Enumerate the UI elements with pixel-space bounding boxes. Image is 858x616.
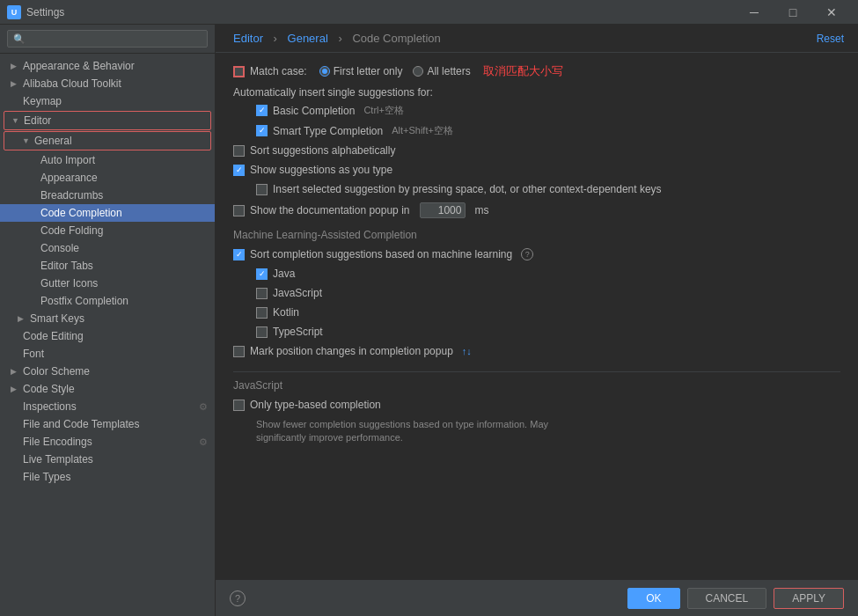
insert-selected-label: Insert selected suggestion by pressing s… xyxy=(273,183,662,195)
only-type-based-desc1: Show fewer completion suggestions based … xyxy=(256,418,840,431)
sidebar-tree: ▶ Appearance & Behavior ▶ Alibaba Cloud … xyxy=(0,54,215,616)
content-area: Editor › General › Code Completion Reset… xyxy=(216,25,858,616)
expand-arrow xyxy=(28,244,37,253)
radio-first-letter[interactable]: First letter only xyxy=(319,65,403,77)
cancel-button[interactable]: CANCEL xyxy=(687,588,767,609)
show-doc-popup-label: Show the documentation popup in xyxy=(250,204,409,216)
expand-arrow: ▶ xyxy=(11,79,19,88)
expand-arrow xyxy=(28,209,37,217)
smart-type-label: Smart Type Completion xyxy=(273,125,383,137)
radio-all-letters[interactable]: All letters xyxy=(413,65,470,77)
search-input[interactable] xyxy=(7,30,208,48)
match-case-checkbox[interactable] xyxy=(233,66,245,77)
expand-arrow xyxy=(28,279,37,288)
expand-arrow: ▼ xyxy=(22,136,31,145)
expand-arrow xyxy=(11,455,19,464)
js-section-title: JavaScript xyxy=(233,371,840,392)
sidebar-item-code-style[interactable]: ▶ Code Style xyxy=(0,380,215,398)
sort-by-ml-checkbox[interactable] xyxy=(233,249,245,260)
sidebar-item-editor-tabs[interactable]: Editor Tabs xyxy=(0,257,215,275)
sidebar-item-font[interactable]: Font xyxy=(0,345,215,363)
java-checkbox[interactable] xyxy=(256,268,268,280)
expand-arrow xyxy=(28,226,37,235)
sidebar-item-file-types[interactable]: File Types xyxy=(0,468,215,486)
insert-selected-checkbox[interactable] xyxy=(256,184,268,195)
expand-arrow xyxy=(11,349,19,358)
ok-button[interactable]: OK xyxy=(627,588,679,609)
help-button[interactable]: ? xyxy=(230,590,246,606)
smart-type-row: Smart Type Completion Alt+Shift+空格 xyxy=(256,124,840,137)
javascript-checkbox[interactable] xyxy=(256,288,268,299)
show-doc-popup-checkbox[interactable] xyxy=(233,205,245,216)
expand-arrow xyxy=(11,332,19,341)
breadcrumb-general[interactable]: General xyxy=(288,32,328,45)
sidebar-item-alibaba[interactable]: ▶ Alibaba Cloud Toolkit xyxy=(0,75,215,92)
typescript-checkbox[interactable] xyxy=(256,326,268,338)
match-case-row: Match case: First letter only All letter… xyxy=(233,63,840,79)
title-bar: U Settings ─ □ ✕ xyxy=(0,0,858,25)
apply-button[interactable]: APPLY xyxy=(774,588,844,609)
sidebar-item-breadcrumbs[interactable]: Breadcrumbs xyxy=(0,187,215,204)
sort-by-ml-label: Sort completion suggestions based on mac… xyxy=(250,248,512,260)
close-button[interactable]: ✕ xyxy=(812,0,851,25)
reset-link[interactable]: Reset xyxy=(817,33,844,45)
radio-first-letter-input[interactable] xyxy=(319,66,330,77)
sidebar-item-editor[interactable]: ▼ Editor xyxy=(4,111,211,130)
footer: ? OK CANCEL APPLY xyxy=(216,580,858,616)
basic-completion-label: Basic Completion xyxy=(273,105,355,117)
sidebar: ▶ Appearance & Behavior ▶ Alibaba Cloud … xyxy=(0,25,216,616)
sidebar-item-postfix-completion[interactable]: Postfix Completion xyxy=(0,292,215,310)
only-type-based-checkbox[interactable] xyxy=(233,400,245,411)
sidebar-item-file-encodings[interactable]: File Encodings ⚙ xyxy=(0,433,215,451)
breadcrumb-editor[interactable]: Editor xyxy=(233,32,263,45)
sidebar-item-console[interactable]: Console xyxy=(0,239,215,257)
kotlin-checkbox[interactable] xyxy=(256,307,268,319)
breadcrumb-current: Code Completion xyxy=(352,32,440,45)
sort-alphabetically-checkbox[interactable] xyxy=(233,145,245,157)
sidebar-item-appearance[interactable]: Appearance xyxy=(0,169,215,187)
maximize-button[interactable]: □ xyxy=(774,0,812,25)
mark-position-row: Mark position changes in completion popu… xyxy=(233,345,840,357)
expand-arrow: ▶ xyxy=(11,62,19,70)
help-icon[interactable]: ? xyxy=(521,248,533,260)
breadcrumb-separator: › xyxy=(274,32,281,45)
only-type-based-row: Only type-based completion xyxy=(233,399,840,411)
smart-type-checkbox[interactable] xyxy=(256,125,268,136)
sidebar-item-gutter-icons[interactable]: Gutter Icons xyxy=(0,275,215,292)
sidebar-item-code-folding[interactable]: Code Folding xyxy=(0,222,215,239)
doc-popup-unit: ms xyxy=(474,204,488,216)
sidebar-item-general[interactable]: ▼ General xyxy=(4,131,211,150)
show-suggestions-checkbox[interactable] xyxy=(233,165,245,176)
doc-popup-value-input[interactable] xyxy=(420,202,466,218)
typescript-row: TypeScript xyxy=(256,326,840,338)
sidebar-item-inspections[interactable]: Inspections ⚙ xyxy=(0,398,215,415)
minimize-button[interactable]: ─ xyxy=(735,0,774,25)
basic-completion-checkbox[interactable] xyxy=(256,105,268,116)
kotlin-label: Kotlin xyxy=(273,306,299,319)
breadcrumb-separator2: › xyxy=(338,32,345,45)
radio-all-letters-label: All letters xyxy=(427,65,470,77)
expand-arrow xyxy=(28,156,37,165)
radio-all-letters-input[interactable] xyxy=(413,66,423,77)
sidebar-item-code-editing[interactable]: Code Editing xyxy=(0,327,215,345)
sidebar-item-file-code-templates[interactable]: File and Code Templates xyxy=(0,415,215,433)
kotlin-row: Kotlin xyxy=(256,306,840,319)
expand-arrow xyxy=(28,191,37,200)
only-type-based-label: Only type-based completion xyxy=(250,399,381,411)
expand-arrow xyxy=(28,297,37,305)
typescript-label: TypeScript xyxy=(273,326,323,338)
expand-arrow: ▶ xyxy=(11,385,19,393)
smart-type-shortcut: Alt+Shift+空格 xyxy=(392,124,453,137)
sidebar-item-color-scheme[interactable]: ▶ Color Scheme xyxy=(0,363,215,380)
sidebar-item-smart-keys[interactable]: ▶ Smart Keys xyxy=(0,310,215,327)
expand-arrow xyxy=(11,402,19,411)
sidebar-item-live-templates[interactable]: Live Templates xyxy=(0,451,215,468)
java-label: Java xyxy=(273,268,295,280)
app-icon: U xyxy=(7,5,21,19)
content-body: Match case: First letter only All letter… xyxy=(216,53,858,580)
sidebar-item-code-completion[interactable]: Code Completion xyxy=(0,204,215,222)
sidebar-item-appearance-behavior[interactable]: ▶ Appearance & Behavior xyxy=(0,57,215,75)
sidebar-item-auto-import[interactable]: Auto Import xyxy=(0,151,215,169)
mark-position-checkbox[interactable] xyxy=(233,346,245,357)
sidebar-item-keymap[interactable]: Keymap xyxy=(0,92,215,110)
